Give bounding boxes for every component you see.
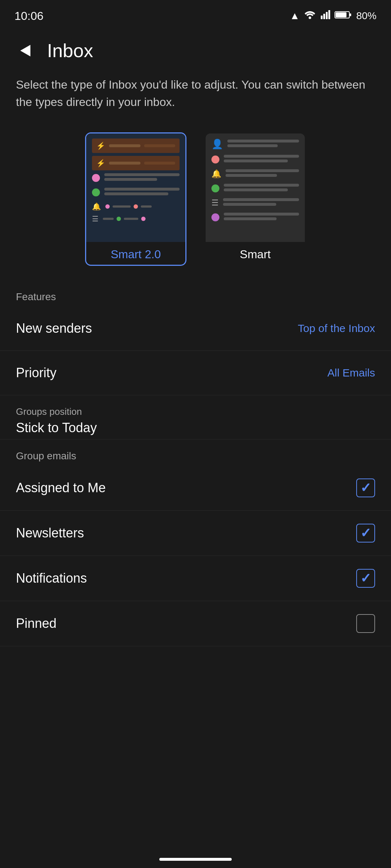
smart2-header-line-2 bbox=[109, 162, 140, 165]
smart2-header-row-1: ⚡ bbox=[92, 139, 180, 153]
svg-rect-1 bbox=[321, 16, 323, 19]
new-senders-row[interactable]: New senders Top of the Inbox bbox=[0, 306, 391, 351]
smart2-label: Smart 2.0 bbox=[86, 242, 185, 265]
page-title: Inbox bbox=[47, 40, 93, 61]
groups-position-section[interactable]: Groups position Stick to Today bbox=[0, 395, 391, 439]
smart-green-dot bbox=[211, 184, 219, 192]
features-header: Features bbox=[0, 284, 391, 306]
battery-icon bbox=[335, 10, 352, 22]
smart-salmon-row bbox=[211, 155, 299, 164]
smart2-multi-dots bbox=[105, 204, 152, 209]
assigned-to-me-checkbox[interactable]: ✓ bbox=[356, 478, 375, 497]
home-indicator bbox=[159, 858, 232, 861]
person-icon: 👤 bbox=[211, 139, 223, 150]
description-text: Select the type of Inbox you'd like to a… bbox=[0, 69, 391, 125]
smart-green-lines bbox=[224, 184, 299, 193]
status-icons: ▲ 80% bbox=[290, 10, 377, 22]
wifi-signal-icon bbox=[304, 10, 316, 22]
newsletters-checkmark: ✓ bbox=[360, 527, 371, 540]
priority-value: All Emails bbox=[327, 367, 375, 379]
smart-person-lines bbox=[227, 140, 299, 149]
smart2-header-row-2: ⚡ bbox=[92, 156, 180, 170]
newsletters-label: Newsletters bbox=[16, 526, 84, 541]
bell-icon-1: 🔔 bbox=[92, 202, 101, 211]
notifications-label: Notifications bbox=[16, 571, 87, 586]
smart-bell-row: 🔔 bbox=[211, 169, 299, 179]
pinned-checkbox[interactable] bbox=[356, 614, 375, 633]
newsletters-row[interactable]: Newsletters ✓ bbox=[0, 511, 391, 556]
back-button[interactable] bbox=[14, 40, 36, 61]
smart2-list-dots bbox=[103, 217, 146, 221]
svg-rect-7 bbox=[350, 13, 351, 16]
bell-icon-2: 🔔 bbox=[211, 169, 221, 179]
notifications-checkbox[interactable]: ✓ bbox=[356, 569, 375, 588]
smart-purple-row bbox=[211, 213, 299, 222]
smart2-list-row: ☰ bbox=[92, 214, 180, 223]
pinned-label: Pinned bbox=[16, 616, 56, 631]
group-emails-header: Group emails bbox=[0, 439, 391, 465]
smart2-bell-row: 🔔 bbox=[92, 202, 180, 211]
smart2-row-green bbox=[92, 188, 180, 197]
smart2-pink-lines bbox=[104, 173, 180, 183]
new-senders-value: Top of the Inbox bbox=[298, 322, 375, 335]
assigned-to-me-label: Assigned to Me bbox=[16, 480, 106, 495]
salmon-dot bbox=[211, 156, 219, 163]
svg-rect-6 bbox=[336, 12, 346, 17]
cell-signal-icon bbox=[320, 10, 330, 22]
newsletters-checkbox[interactable]: ✓ bbox=[356, 524, 375, 542]
svg-point-0 bbox=[308, 16, 311, 19]
smart2-header-line-1b bbox=[144, 144, 176, 147]
notifications-checkmark: ✓ bbox=[360, 572, 371, 585]
svg-rect-3 bbox=[326, 12, 328, 19]
smart-label: Smart bbox=[206, 242, 305, 265]
back-arrow-icon bbox=[20, 45, 30, 56]
smart-card-inner: 👤 🔔 bbox=[206, 133, 305, 242]
status-bar: 10:06 ▲ 80% bbox=[0, 0, 391, 29]
header: Inbox bbox=[0, 29, 391, 69]
lightning-icon-1: ⚡ bbox=[96, 141, 105, 150]
svg-rect-2 bbox=[323, 14, 325, 19]
groups-position-header: Groups position bbox=[16, 406, 375, 417]
green-dot bbox=[92, 188, 100, 196]
notifications-row[interactable]: Notifications ✓ bbox=[0, 556, 391, 601]
status-time: 10:06 bbox=[14, 9, 43, 23]
smart-bell-lines bbox=[226, 169, 299, 179]
inbox-selector: ⚡ ⚡ bbox=[0, 125, 391, 284]
smart-salmon-lines bbox=[224, 155, 299, 164]
smart-list-row: ☰ bbox=[211, 198, 299, 208]
battery-percent: 80% bbox=[356, 10, 377, 22]
list-icon-2: ☰ bbox=[211, 198, 219, 208]
assigned-to-me-checkmark: ✓ bbox=[360, 481, 371, 494]
purple-dot bbox=[211, 213, 219, 221]
new-senders-label: New senders bbox=[16, 321, 92, 336]
priority-row[interactable]: Priority All Emails bbox=[0, 351, 391, 395]
groups-position-value: Stick to Today bbox=[16, 420, 375, 435]
smart-purple-lines bbox=[224, 213, 299, 222]
smart2-card[interactable]: ⚡ ⚡ bbox=[85, 132, 186, 266]
smart-card[interactable]: 👤 🔔 bbox=[205, 132, 306, 266]
smart-person-row: 👤 bbox=[211, 139, 299, 150]
pink-dot bbox=[92, 174, 100, 182]
list-icon-1: ☰ bbox=[92, 214, 98, 223]
svg-rect-4 bbox=[328, 10, 330, 19]
assigned-to-me-row[interactable]: Assigned to Me ✓ bbox=[0, 465, 391, 511]
smart2-row-pink bbox=[92, 173, 180, 183]
smart2-header-line-1 bbox=[109, 144, 140, 147]
wifi-icon: ▲ bbox=[290, 10, 300, 22]
smart-list-lines bbox=[223, 198, 299, 208]
priority-label: Priority bbox=[16, 365, 56, 380]
smart2-green-lines bbox=[104, 188, 180, 197]
bottom-spacer bbox=[0, 646, 391, 719]
pinned-row[interactable]: Pinned bbox=[0, 601, 391, 646]
smart2-header-line-2b bbox=[144, 162, 176, 165]
smart-green-row bbox=[211, 184, 299, 193]
smart2-card-inner: ⚡ ⚡ bbox=[86, 133, 185, 242]
lightning-icon-2: ⚡ bbox=[96, 159, 105, 167]
